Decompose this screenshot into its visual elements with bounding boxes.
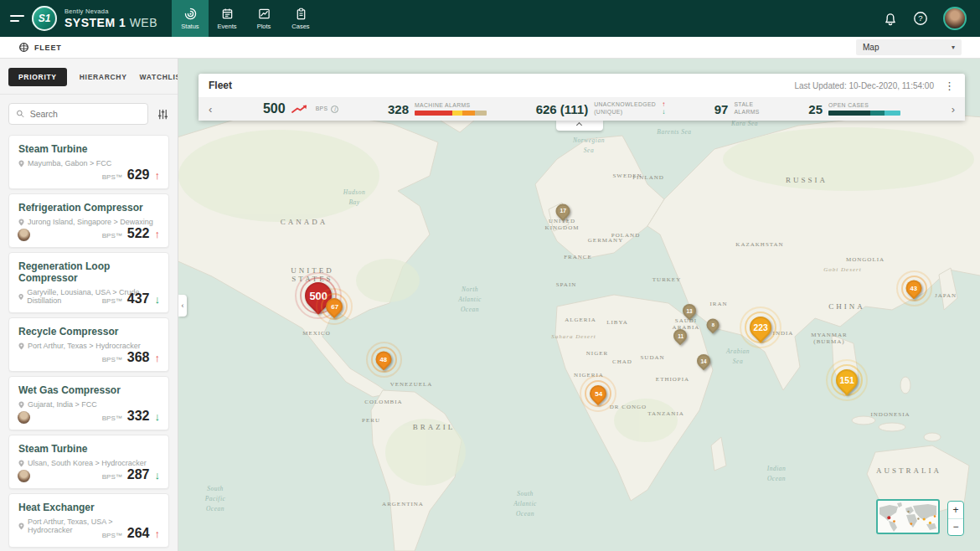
bps-score: 437 — [127, 291, 150, 306]
plots-icon — [258, 8, 271, 20]
map-marker[interactable]: 43 — [906, 281, 922, 296]
tab-cases-label: Cases — [291, 23, 309, 30]
map-canvas[interactable]: CANADAUNITED STATESMEXICOVENEZUELACOLOMB… — [178, 59, 980, 551]
list-item[interactable]: Refrigeration Compressor Jurong Island, … — [8, 193, 169, 248]
tab-hierarchy[interactable]: HIERARCHY — [80, 73, 127, 81]
stats-scroll-left-icon[interactable]: ‹ — [207, 103, 214, 116]
stale-alarms-label-2: ALARMS — [734, 109, 759, 116]
asset-title: Regeneration Loop Compressor — [18, 260, 159, 284]
list-item[interactable]: Heat Exchanger Port Arthur, Texas, USA >… — [8, 493, 169, 548]
bps-score: 332 — [127, 409, 150, 424]
assignee-avatar — [18, 411, 30, 424]
trend-arrow-icon: ↑ — [155, 352, 161, 364]
location-pin-icon — [18, 460, 24, 467]
tab-watchlist[interactable]: WATCHLIST — [140, 73, 178, 81]
asset-location: Gujarat, India > FCC — [18, 400, 159, 409]
list-item[interactable]: Regeneration Loop Compressor Garyville, … — [8, 252, 169, 313]
asset-title: Wet Gas Compressor — [18, 384, 159, 396]
info-icon[interactable]: i — [331, 106, 338, 113]
map-marker[interactable]: 8 — [707, 319, 720, 332]
location-pin-icon — [18, 293, 23, 301]
main-nav: Status Events Plots — [172, 0, 319, 37]
tab-plots-label: Plots — [257, 23, 271, 30]
bps-score: 368 — [127, 350, 150, 365]
open-cases-label: OPEN CASES — [828, 102, 900, 110]
fleet-panel-collapse-tab[interactable] — [556, 120, 603, 131]
trend-arrow-icon: ↓ — [155, 410, 161, 423]
map-marker[interactable]: 48 — [376, 352, 392, 368]
asset-title: Heat Exchanger — [18, 502, 159, 513]
bps-score: 522 — [127, 226, 150, 241]
map-marker[interactable]: 13 — [683, 304, 696, 317]
sidebar-collapse-handle[interactable]: ‹ — [178, 295, 187, 317]
map-marker[interactable]: 17 — [556, 204, 570, 219]
list-item[interactable]: Wet Gas Compressor Gujarat, India > FCC … — [8, 376, 169, 430]
filter-tune-icon[interactable] — [157, 108, 169, 121]
map-marker[interactable]: 151 — [836, 369, 858, 391]
map-marker[interactable]: 54 — [590, 385, 606, 402]
tab-cases[interactable]: Cases — [282, 0, 319, 37]
brand-product: SYSTEM 1 — [64, 16, 126, 29]
tab-status-label: Status — [181, 23, 199, 30]
tab-events[interactable]: Events — [209, 0, 245, 37]
tab-priority[interactable]: PRIORITY — [8, 68, 67, 86]
stats-scroll-right-icon[interactable]: › — [950, 103, 957, 116]
chevron-up-icon — [576, 122, 582, 128]
cases-icon — [295, 8, 307, 20]
minimap-overview[interactable] — [876, 499, 940, 534]
trend-arrow-icon: ↑ — [155, 528, 161, 540]
list-item[interactable]: Steam Turbine Ulsan, South Korea > Hydro… — [8, 435, 169, 489]
asset-title: Recycle Compressor — [18, 326, 159, 337]
stat-open-cases: 25 OPEN CASES — [808, 102, 900, 116]
stale-alarms-value: 97 — [714, 102, 729, 116]
list-item[interactable]: Steam Turbine Mayumba, Gabon > FCC BPS™ … — [8, 135, 169, 189]
breadcrumb-bar: FLEET Map ▾ — [0, 37, 980, 59]
machine-alarms-label: MACHINE ALARMS — [415, 102, 487, 110]
asset-location-text: Mayumba, Gabon > FCC — [28, 159, 111, 167]
map-marker[interactable]: 67 — [326, 298, 343, 315]
view-mode-value: Map — [863, 43, 879, 52]
machine-alarms-value: 328 — [388, 102, 409, 116]
bps-unit-label: BPS™ — [102, 173, 122, 181]
zoom-out-button[interactable]: − — [948, 518, 963, 536]
svg-text:?: ? — [918, 13, 922, 23]
map-marker[interactable]: 11 — [673, 329, 687, 342]
notifications-bell-icon[interactable] — [883, 11, 898, 26]
asset-location: Jurong Island, Singapore > Dewaxing — [18, 218, 159, 226]
trend-arrow-icon: ↑ — [155, 169, 161, 182]
sidebar-tabs: PRIORITY HIERARCHY WATCHLIST — [0, 59, 178, 95]
bps-value: 500 — [263, 101, 286, 116]
asset-location-text: Port Arthur, Texas > Hydrocracker — [28, 342, 141, 350]
menu-hamburger-icon[interactable] — [10, 15, 24, 22]
asset-location-text: Ulsan, South Korea > Hydrocracker — [28, 459, 147, 467]
map-marker[interactable]: 14 — [697, 354, 710, 368]
unacknowledged-trend-icons: ↑ ↓ — [662, 101, 665, 116]
search-box[interactable] — [8, 103, 148, 125]
asset-title: Refrigeration Compressor — [18, 202, 159, 214]
list-item[interactable]: Recycle Compressor Port Arthur, Texas > … — [8, 317, 169, 372]
tab-status[interactable]: Status — [172, 0, 209, 37]
fleet-breadcrumb-label: FLEET — [34, 44, 62, 52]
user-avatar[interactable] — [943, 7, 967, 30]
tab-plots[interactable]: Plots — [245, 0, 282, 37]
search-input[interactable] — [30, 109, 141, 119]
stat-unacknowledged: 626 (111) UNACKNOWLEDGED (UNIQUE) ↑ ↓ — [536, 101, 666, 116]
sidebar: PRIORITY HIERARCHY WATCHLIST — [0, 59, 178, 551]
asset-location: Ulsan, South Korea > Hydrocracker — [18, 459, 159, 467]
tab-events-label: Events — [218, 23, 237, 30]
bps-trend-icon — [291, 105, 310, 114]
location-pin-icon — [18, 160, 24, 167]
bps-score: 264 — [127, 526, 150, 541]
help-icon[interactable]: ? — [913, 11, 928, 26]
view-mode-select[interactable]: Map ▾ — [856, 39, 962, 55]
map-zoom-controls: + − — [947, 501, 964, 536]
kebab-menu-icon[interactable]: ⋮ — [944, 80, 955, 91]
map-marker[interactable]: 223 — [750, 317, 771, 338]
zoom-in-button[interactable]: + — [948, 502, 963, 518]
assignee-avatar — [18, 229, 30, 241]
brand-text: Bently Nevada SYSTEM 1 WEB — [64, 8, 157, 29]
app-header: S1 Bently Nevada SYSTEM 1 WEB Status — [0, 0, 980, 37]
last-updated: Last Updated: 10-Dec-2020, 11:54:00 — [794, 81, 934, 90]
bps-unit-label: BPS™ — [102, 356, 122, 363]
caret-down-icon: ▾ — [952, 44, 955, 51]
